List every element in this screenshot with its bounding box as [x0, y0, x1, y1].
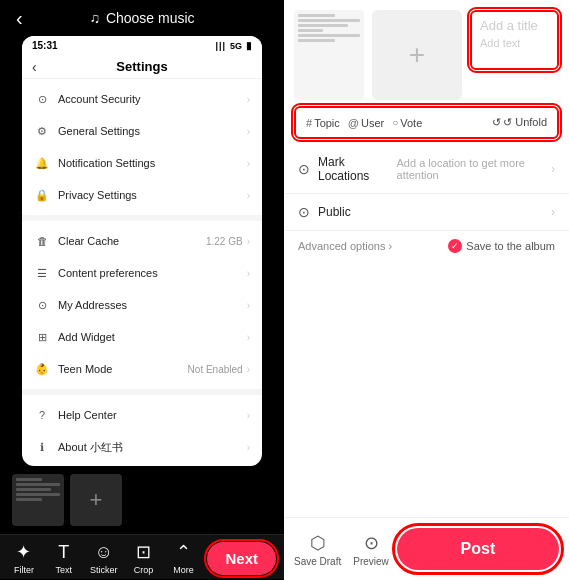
- preview-icon: ⊙: [364, 532, 379, 554]
- text-inputs-area[interactable]: Add a title Add text: [470, 10, 559, 70]
- right-panel: + Add a title Add text # Topic @ User ○ …: [284, 0, 569, 580]
- post-button[interactable]: Post: [397, 528, 559, 570]
- location-icon: ⊙: [298, 161, 310, 177]
- top-bar: ‹ ♫ Choose music: [0, 0, 284, 36]
- unfold-icon: ↺: [492, 116, 501, 129]
- music-icon: ♫: [89, 10, 100, 26]
- list-item[interactable]: ℹ About 小红书 ›: [22, 431, 262, 463]
- arrow-icon: ›: [247, 190, 250, 201]
- addresses-icon: ⊙: [34, 297, 50, 313]
- list-item[interactable]: 🔔 Notification Settings ›: [22, 147, 262, 179]
- preview-line: [298, 19, 360, 22]
- thumb-decoration: [16, 488, 51, 491]
- filter-tool[interactable]: ✦ Filter: [4, 541, 44, 575]
- thumb-decoration: [16, 478, 42, 481]
- arrow-icon: ›: [247, 158, 250, 169]
- preview-line: [298, 39, 335, 42]
- advanced-options-row[interactable]: Advanced options › ✓ Save to the album: [284, 231, 569, 261]
- list-item[interactable]: ? Help Center ›: [22, 399, 262, 431]
- list-item[interactable]: 🔒 Privacy Settings ›: [22, 179, 262, 211]
- crop-tool[interactable]: ⊡ Crop: [124, 541, 164, 575]
- list-item[interactable]: ⊙ My Addresses ›: [22, 289, 262, 321]
- topic-tag[interactable]: # Topic: [306, 117, 340, 129]
- list-item[interactable]: 👶 Teen Mode Not Enabled ›: [22, 353, 262, 385]
- text-tool[interactable]: T Text: [44, 542, 84, 575]
- thumb-decoration: [16, 498, 42, 501]
- thumb-decoration: [16, 493, 60, 496]
- text-icon: T: [58, 542, 69, 563]
- left-panel: ‹ ♫ Choose music 15:31 ||| 5G ▮ ‹ Settin…: [0, 0, 284, 580]
- arrow-icon: ›: [247, 300, 250, 311]
- choose-music-title: ♫ Choose music: [89, 10, 194, 26]
- arrow-icon: ›: [247, 236, 250, 247]
- preview-line: [298, 24, 348, 27]
- settings-list: ⊙ Account Security › ⚙ General Settings …: [22, 79, 262, 466]
- mark-locations-row[interactable]: ⊙ Mark Locations Add a location to get m…: [284, 145, 569, 194]
- right-bottom-actions: ⬡ Save Draft ⊙ Preview Post: [284, 517, 569, 580]
- phone-header: ‹ Settings: [22, 55, 262, 79]
- user-tag[interactable]: @ User: [348, 117, 384, 129]
- more-tool[interactable]: ⌃ More: [164, 541, 204, 575]
- network-label: 5G: [230, 41, 242, 51]
- advanced-label: Advanced options ›: [298, 240, 392, 252]
- arrow-icon: ›: [247, 410, 250, 421]
- arrow-icon: ›: [247, 94, 250, 105]
- media-small-preview: [294, 10, 364, 100]
- widget-icon: ⊞: [34, 329, 50, 345]
- teen-mode-icon: 👶: [34, 361, 50, 377]
- thumbnails-row: +: [0, 466, 284, 534]
- arrow-icon: ›: [247, 442, 250, 453]
- arrow-icon: ›: [247, 126, 250, 137]
- arrow-icon: ›: [247, 332, 250, 343]
- phone-status-bar: 15:31 ||| 5G ▮: [22, 36, 262, 55]
- settings-section-3: ? Help Center › ℹ About 小红书 ›: [22, 395, 262, 466]
- settings-section-1: ⊙ Account Security › ⚙ General Settings …: [22, 79, 262, 221]
- add-thumbnail-button[interactable]: +: [70, 474, 122, 526]
- arrow-icon: ›: [551, 162, 555, 176]
- save-draft-icon: ⬡: [310, 532, 326, 554]
- list-item[interactable]: ⊙ Account Security ›: [22, 83, 262, 115]
- arrow-icon: ›: [551, 205, 555, 219]
- list-item[interactable]: ☰ Content preferences ›: [22, 257, 262, 289]
- battery-icon: ▮: [246, 40, 252, 51]
- title-placeholder: Add a title: [480, 18, 549, 33]
- unfold-button[interactable]: ↺ ↺ Unfold: [492, 116, 547, 129]
- notification-icon: 🔔: [34, 155, 50, 171]
- more-icon: ⌃: [176, 541, 191, 563]
- thumbnail-item[interactable]: [12, 474, 64, 526]
- back-button[interactable]: ‹: [16, 7, 23, 30]
- crop-icon: ⊡: [136, 541, 151, 563]
- arrow-icon: ›: [247, 364, 250, 375]
- bottom-toolbar: ✦ Filter T Text ☺ Sticker ⊡ Crop ⌃ More …: [0, 534, 284, 579]
- public-icon: ⊙: [298, 204, 310, 220]
- phone-settings-title: Settings: [116, 59, 167, 74]
- next-button[interactable]: Next: [207, 542, 276, 575]
- general-settings-icon: ⚙: [34, 123, 50, 139]
- preview-button[interactable]: ⊙ Preview: [353, 532, 389, 567]
- public-row[interactable]: ⊙ Public ›: [284, 194, 569, 231]
- phone-mockup: 15:31 ||| 5G ▮ ‹ Settings ⊙ Account Secu…: [22, 36, 262, 466]
- preview-line: [298, 14, 335, 17]
- save-album-toggle[interactable]: ✓ Save to the album: [448, 239, 555, 253]
- spacer: [284, 261, 569, 517]
- phone-back-button[interactable]: ‹: [32, 59, 37, 75]
- sticker-tool[interactable]: ☺ Sticker: [84, 542, 124, 575]
- at-icon: @: [348, 117, 359, 129]
- about-icon: ℹ: [34, 439, 50, 455]
- cache-icon: 🗑: [34, 233, 50, 249]
- list-item[interactable]: 🗑 Clear Cache 1.22 GB ›: [22, 225, 262, 257]
- vote-tag[interactable]: ○ Vote: [392, 117, 422, 129]
- settings-section-2: 🗑 Clear Cache 1.22 GB › ☰ Content prefer…: [22, 221, 262, 395]
- hash-icon: #: [306, 117, 312, 129]
- filter-icon: ✦: [16, 541, 31, 563]
- list-item[interactable]: ⊞ Add Widget ›: [22, 321, 262, 353]
- vote-icon: ○: [392, 117, 398, 128]
- check-icon: ✓: [448, 239, 462, 253]
- phone-time: 15:31: [32, 40, 58, 51]
- save-draft-button[interactable]: ⬡ Save Draft: [294, 532, 341, 567]
- add-media-button[interactable]: +: [372, 10, 462, 100]
- list-item[interactable]: ⚙ General Settings ›: [22, 115, 262, 147]
- signal-icon: |||: [215, 41, 226, 51]
- arrow-icon: ›: [247, 268, 250, 279]
- preview-line: [298, 29, 323, 32]
